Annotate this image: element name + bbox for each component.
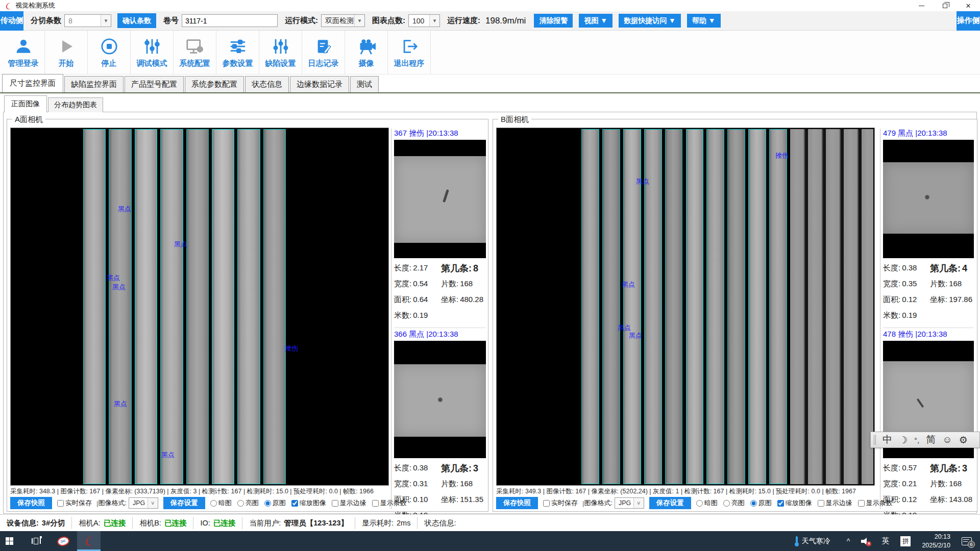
system-config-button[interactable]: 系统配置: [174, 31, 216, 74]
subtab-distribution-trend-chart[interactable]: 分布趋势图表: [48, 97, 103, 112]
view-menu-button[interactable]: 视图 ▼: [579, 14, 612, 28]
device-info-cell: 设备信息: 3#分切: [0, 517, 72, 529]
run-mode-select[interactable]: 双面检测 ▾: [321, 14, 365, 27]
bright-image-radio[interactable]: [237, 500, 244, 507]
realtime-save-checkbox[interactable]: [543, 500, 550, 507]
run-mode-label: 运行模式:: [285, 16, 318, 26]
save-snapshot-button[interactable]: 保存快照: [10, 497, 52, 509]
clock-button[interactable]: 20:13 2025/2/10: [916, 531, 956, 551]
tab-size-monitor[interactable]: 尺寸监控界面: [2, 74, 63, 92]
language-indicator-button[interactable]: 英: [876, 531, 895, 551]
action-center-button[interactable]: 6: [956, 531, 980, 551]
show-strips-checkbox[interactable]: [372, 500, 379, 507]
hidden-icons-button[interactable]: ^: [841, 531, 856, 551]
show-edge-checkbox[interactable]: [332, 500, 338, 507]
tab-status-info[interactable]: 状态信息: [245, 76, 289, 92]
defect-header[interactable]: 478 挫伤 |20:13:38: [883, 330, 974, 340]
task-view-button[interactable]: [26, 531, 46, 551]
image-format-select[interactable]: JPG 100 ˅: [129, 497, 158, 509]
tab-defect-monitor[interactable]: 缺陷监控界面: [64, 76, 124, 92]
defect-mark: [443, 189, 449, 202]
vision-app-taskbar-button[interactable]: [77, 531, 101, 551]
close-button[interactable]: ✕: [957, 0, 980, 11]
roll-number-input[interactable]: [182, 14, 278, 27]
image-format-select[interactable]: JPG 100 ˅: [615, 497, 644, 509]
exit-program-button[interactable]: 退出程序: [388, 31, 431, 74]
camera-b-defect-panel: 479 黑点 |20:13:38 长度:0.38 第几条:4 宽度:0.35 片…: [880, 129, 974, 509]
minimize-button[interactable]: [910, 0, 933, 11]
show-strips-checkbox[interactable]: [858, 500, 865, 507]
bright-image-label: 亮图: [731, 498, 745, 508]
realtime-save-checkbox[interactable]: [57, 500, 64, 507]
zoom-image-checkbox[interactable]: [291, 500, 298, 507]
system-tray: 天气寒冷 ^ ✕ 英 拼 20:13 2025/2/10 6: [789, 531, 980, 551]
io-connected-badge: 已连接: [213, 518, 236, 528]
defect-header[interactable]: 367 挫伤 |20:13:38: [394, 129, 486, 139]
punctuation-icon[interactable]: °,: [914, 436, 919, 444]
parameter-settings-button[interactable]: 参数设置: [216, 31, 259, 74]
defect-thumbnail[interactable]: [394, 341, 486, 458]
start-button[interactable]: [0, 531, 19, 551]
drag-handle-icon[interactable]: [874, 435, 876, 445]
bright-image-radio[interactable]: [723, 500, 730, 507]
strip-detection-box: [602, 129, 620, 484]
sub-tab-strip: 正面图像 分布趋势图表: [4, 96, 104, 112]
chevron-down-icon: ▾: [429, 15, 439, 27]
restore-button[interactable]: [933, 0, 957, 11]
start-button[interactable]: 开始: [45, 31, 88, 74]
save-settings-button[interactable]: 保存设置: [163, 497, 205, 509]
tab-product-model-config[interactable]: 产品型号配置: [125, 76, 184, 92]
clear-alarm-button[interactable]: 清除报警: [534, 14, 573, 28]
strip-detection-box: [665, 129, 683, 484]
main-toolbar: 传动侧 分切条数 8 ▾ 确认条数 卷号 运行模式: 双面检测 ▾ 图表点数: …: [0, 11, 980, 31]
weather-tray-button[interactable]: 天气寒冷: [789, 531, 836, 551]
save-settings-button[interactable]: 保存设置: [649, 497, 691, 509]
camera-a-image[interactable]: 黑点黑点黑点黑点挫伤黑点黑点: [10, 128, 389, 486]
notification-badge: 6: [968, 541, 975, 548]
help-menu-button[interactable]: 帮助 ▼: [687, 14, 721, 28]
save-snapshot-button[interactable]: 保存快照: [496, 497, 538, 509]
windows-logo-icon: [6, 537, 13, 545]
data-quick-access-button[interactable]: 数据快捷访问 ▼: [619, 14, 681, 28]
simplified-chinese-icon[interactable]: 简: [926, 433, 936, 446]
tab-divider-line: [0, 92, 980, 93]
gear-icon[interactable]: ⚙: [959, 434, 968, 446]
dark-image-label: 暗图: [218, 498, 232, 508]
admin-login-button[interactable]: 管理登录: [2, 31, 45, 74]
chart-points-select[interactable]: 100 ▾: [408, 14, 440, 27]
camera-a-title: A面相机: [12, 115, 45, 124]
camera-b-image[interactable]: 黑点挫伤黑点黑点黑点: [496, 128, 875, 486]
volume-button[interactable]: ✕: [855, 531, 876, 551]
defect-thumbnail[interactable]: [394, 140, 486, 258]
confirm-count-button[interactable]: 确认条数: [117, 13, 156, 28]
dark-image-radio[interactable]: [696, 500, 703, 507]
ime-indicator-button[interactable]: 拼: [895, 531, 916, 551]
defect-settings-button[interactable]: 缺陷设置: [259, 31, 302, 74]
original-image-radio[interactable]: [264, 500, 271, 507]
subtab-front-image[interactable]: 正面图像: [4, 95, 47, 112]
defect-marker: 黑点: [107, 273, 120, 283]
defect-thumbnail[interactable]: [883, 140, 974, 258]
original-image-radio[interactable]: [750, 500, 757, 507]
emoji-icon[interactable]: ☺: [942, 434, 952, 445]
stop-button[interactable]: 停止: [88, 31, 131, 74]
defect-header[interactable]: 479 黑点 |20:13:38: [883, 129, 974, 139]
snipping-tool-button[interactable]: ✂: [52, 531, 75, 551]
dark-image-radio[interactable]: [210, 500, 217, 507]
zoom-image-checkbox[interactable]: [777, 500, 784, 507]
tab-system-parameter-config[interactable]: 系统参数配置: [185, 76, 244, 92]
drive-side-button[interactable]: 传动侧: [0, 11, 23, 31]
defect-header[interactable]: 366 黑点 |20:13:38: [394, 330, 486, 340]
show-edge-checkbox[interactable]: [818, 500, 824, 507]
tab-edge-data-record[interactable]: 边缘数据记录: [290, 76, 349, 92]
slice-count-select[interactable]: 8 ▾: [64, 14, 111, 27]
ime-mode-chinese[interactable]: 中: [883, 433, 892, 446]
tab-test[interactable]: 测试: [350, 76, 379, 92]
debug-mode-button[interactable]: 调试模式: [131, 31, 174, 74]
defect-mark: [917, 398, 924, 408]
moon-icon[interactable]: ☽: [899, 434, 908, 446]
log-record-button[interactable]: 日志记录: [302, 31, 345, 74]
operator-side-button[interactable]: 操作侧: [957, 11, 980, 31]
camera-capture-button[interactable]: 摄像: [345, 31, 388, 74]
app-logo-icon: [83, 535, 94, 546]
